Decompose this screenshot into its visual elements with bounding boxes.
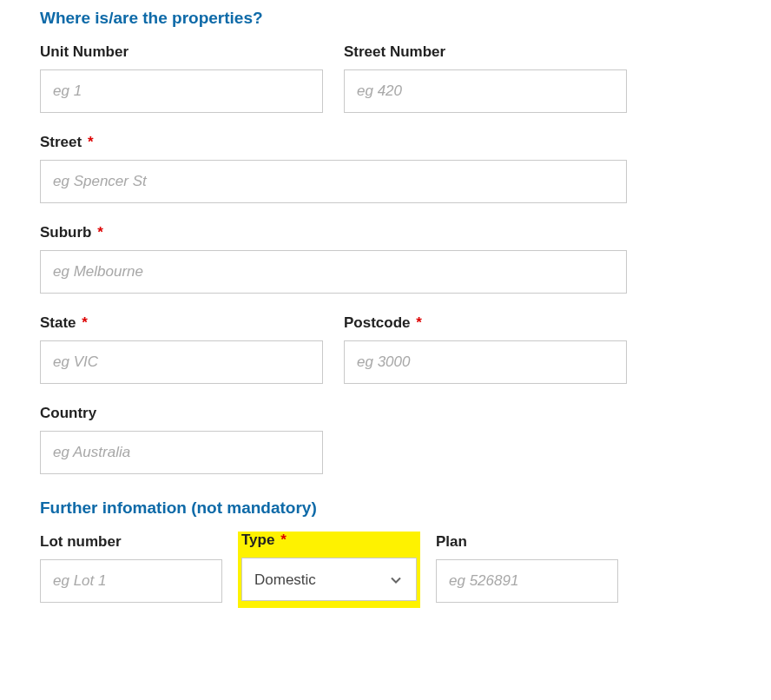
- unit-number-label: Unit Number: [40, 43, 323, 61]
- street-number-label: Street Number: [344, 43, 627, 61]
- unit-number-field: Unit Number: [40, 43, 323, 113]
- type-field: Type * Domestic: [238, 532, 420, 608]
- street-number-field: Street Number: [344, 43, 627, 113]
- type-label-text: Type: [241, 532, 274, 548]
- type-select[interactable]: Domestic: [241, 558, 417, 601]
- unit-number-input[interactable]: [40, 69, 323, 113]
- required-mark: *: [416, 314, 422, 331]
- required-mark: *: [280, 532, 287, 548]
- state-input[interactable]: [40, 340, 323, 384]
- postcode-label-text: Postcode: [344, 314, 411, 331]
- street-label-text: Street: [40, 134, 82, 150]
- postcode-label: Postcode *: [344, 314, 627, 332]
- suburb-label-text: Suburb: [40, 224, 92, 241]
- suburb-field: Suburb *: [40, 224, 627, 294]
- state-field: State *: [40, 314, 323, 384]
- state-label: State *: [40, 314, 323, 332]
- suburb-input[interactable]: [40, 250, 627, 294]
- street-number-input[interactable]: [344, 69, 627, 113]
- plan-field: Plan: [436, 533, 618, 603]
- postcode-input[interactable]: [344, 340, 627, 384]
- type-label: Type *: [241, 532, 417, 549]
- required-mark: *: [88, 134, 94, 150]
- suburb-label: Suburb *: [40, 224, 627, 241]
- required-mark: *: [82, 314, 88, 331]
- lot-number-label: Lot number: [40, 533, 222, 551]
- section-title-properties: Where is/are the properties?: [40, 9, 762, 28]
- state-label-text: State: [40, 314, 76, 331]
- lot-number-field: Lot number: [40, 533, 222, 603]
- street-label: Street *: [40, 134, 627, 151]
- street-input[interactable]: [40, 160, 627, 203]
- required-mark: *: [97, 224, 103, 241]
- street-field: Street *: [40, 134, 627, 203]
- country-field: Country: [40, 405, 323, 474]
- section-title-further-info: Further infomation (not mandatory): [40, 499, 762, 518]
- lot-number-input[interactable]: [40, 559, 222, 603]
- country-label: Country: [40, 405, 323, 422]
- postcode-field: Postcode *: [344, 314, 627, 384]
- plan-input[interactable]: [436, 559, 618, 603]
- country-input[interactable]: [40, 431, 323, 474]
- plan-label: Plan: [436, 533, 618, 551]
